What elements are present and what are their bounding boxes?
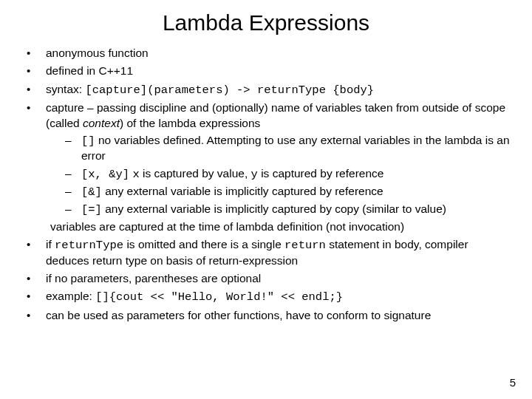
label: syntax: bbox=[46, 83, 85, 95]
bullet-noparams: if no parameters, parentheses are option… bbox=[22, 271, 511, 286]
y: y bbox=[251, 168, 258, 181]
text: can be used as parameters for other func… bbox=[46, 309, 431, 321]
bullet-list: anonymous function defined in C++11 synt… bbox=[21, 46, 511, 323]
context-em: context bbox=[83, 117, 120, 129]
code: [=] bbox=[81, 203, 102, 216]
code: [x, &y] bbox=[81, 168, 129, 181]
bullet-example: example: []{cout << "Hello, World!" << e… bbox=[22, 289, 511, 304]
text-b: ) of the lambda expressions bbox=[120, 117, 260, 129]
text: defined in C++11 bbox=[46, 64, 133, 77]
code1: returnType bbox=[55, 239, 123, 252]
a: if bbox=[46, 238, 55, 250]
code2: return bbox=[284, 239, 326, 252]
syntax-code: [capture](parameters) -> returnType {bod… bbox=[85, 83, 374, 97]
x: x bbox=[132, 168, 139, 181]
example-code: []{cout << "Hello, World!" << endl;} bbox=[95, 290, 343, 304]
text: no variables defined. Attempting to use … bbox=[81, 134, 510, 162]
slide-title: Lambda Expressions bbox=[21, 10, 511, 35]
text: if no parameters, parentheses are option… bbox=[46, 272, 261, 284]
bullet-anonymous: anonymous function bbox=[22, 46, 511, 61]
text: any external variable is implicitly capt… bbox=[102, 185, 383, 197]
sub-eq: [=] any external variable is implicitly … bbox=[65, 202, 511, 217]
sub-xy: [x, &y] x is captured by value, y is cap… bbox=[65, 166, 511, 182]
mid: is captured by value, bbox=[140, 167, 251, 180]
sub-amp: [&] any external variable is implicitly … bbox=[65, 184, 511, 200]
bullet-capture: capture – passing discipline and (option… bbox=[22, 100, 511, 234]
b: is omitted and there is a single bbox=[123, 238, 284, 250]
code: [] bbox=[81, 134, 95, 148]
text: any external variable is implicitly capt… bbox=[102, 202, 446, 215]
slide: Lambda Expressions anonymous function de… bbox=[0, 0, 532, 399]
code: [&] bbox=[81, 185, 102, 199]
capture-sublist: [] no variables defined. Attempting to u… bbox=[46, 133, 511, 217]
bullet-cpp11: defined in C++11 bbox=[22, 64, 511, 78]
label: example: bbox=[46, 290, 95, 302]
page-number: 5 bbox=[510, 376, 516, 389]
bullet-parameters: can be used as parameters for other func… bbox=[22, 308, 511, 323]
text: anonymous function bbox=[46, 47, 149, 59]
bullet-syntax: syntax: [capture](parameters) -> returnT… bbox=[22, 82, 511, 98]
sub-empty: [] no variables defined. Attempting to u… bbox=[65, 133, 511, 163]
capture-continuation: variables are captured at the time of la… bbox=[50, 219, 511, 234]
end: is captured by reference bbox=[258, 167, 384, 180]
bullet-returntype: if returnType is omitted and there is a … bbox=[22, 237, 511, 268]
